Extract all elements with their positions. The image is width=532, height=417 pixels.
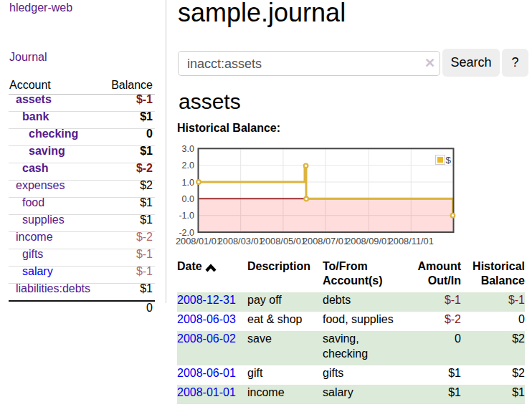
svg-text:2008/07/01: 2008/07/01	[303, 236, 348, 246]
svg-text:2008/03/01: 2008/03/01	[218, 236, 264, 246]
svg-text:2008/01/01: 2008/01/01	[176, 236, 222, 246]
svg-text:$: $	[446, 155, 452, 166]
svg-text:2008/09/01: 2008/09/01	[346, 236, 391, 246]
svg-text:-1.0: -1.0	[179, 211, 194, 221]
svg-text:0.0: 0.0	[182, 194, 194, 204]
svg-text:3.0: 3.0	[182, 144, 194, 154]
svg-text:2008/05/01: 2008/05/01	[260, 236, 306, 246]
svg-text:1.0: 1.0	[182, 178, 194, 188]
svg-text:2008/11/01: 2008/11/01	[389, 236, 434, 246]
svg-text:2.0: 2.0	[182, 160, 194, 171]
